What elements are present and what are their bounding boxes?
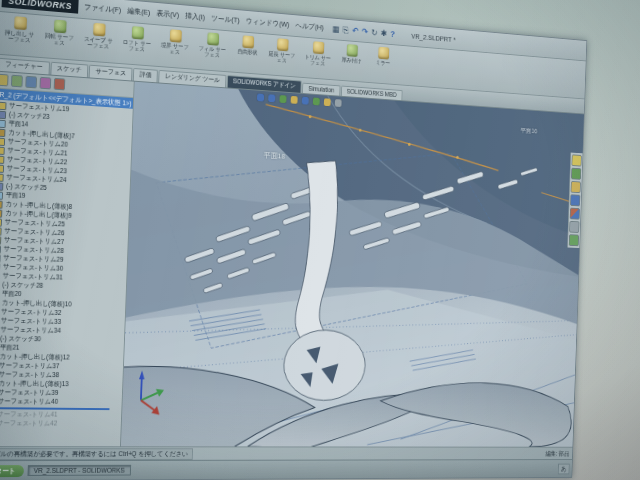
- command-button[interactable]: 押し出し サーフェス: [0, 13, 39, 56]
- task-pane-forum-icon[interactable]: [569, 234, 579, 246]
- photo-of-monitor: SOLIDWORKS ファイル(F)編集(E)表示(V)挿入(I)ツール(T)ウ…: [0, 0, 640, 480]
- solidworks-window: SOLIDWORKS ファイル(F)編集(E)表示(V)挿入(I)ツール(T)ウ…: [0, 0, 587, 480]
- zoom-area-icon[interactable]: [268, 94, 275, 102]
- command-button-label: 延長 サーフェス: [267, 51, 297, 65]
- menu-item[interactable]: 挿入(I): [185, 11, 205, 22]
- command-button-label: トリム サーフェス: [303, 54, 332, 68]
- quick-access-toolbar: ▦⎘↶↷↻✱?: [332, 24, 395, 39]
- print-icon[interactable]: ⎘: [343, 25, 349, 35]
- feature-label: サーフェス-トリム41: [0, 410, 58, 419]
- view-orientation-icon[interactable]: [302, 97, 309, 105]
- menu-item[interactable]: 表示(V): [156, 9, 179, 21]
- hide-items-icon[interactable]: [324, 98, 331, 106]
- display-style-icon[interactable]: [313, 97, 320, 105]
- section-view-icon[interactable]: [291, 96, 298, 104]
- feature-icon: [0, 209, 2, 217]
- task-pane-design-library-icon[interactable]: [571, 168, 581, 180]
- menu-item[interactable]: ウィンドウ(W): [246, 17, 290, 30]
- feature-icon: [0, 191, 3, 199]
- previous-view-icon[interactable]: [279, 95, 286, 103]
- ime-indicator[interactable]: あ: [558, 463, 570, 474]
- feature-icon: [0, 164, 4, 172]
- task-pane-file-explorer-icon[interactable]: [571, 181, 581, 193]
- feature-icon: [0, 155, 4, 163]
- graphics-viewport[interactable]: 平面18 平面16: [121, 82, 584, 447]
- feature-tree-item[interactable]: サーフェス-トリム40: [0, 397, 122, 407]
- feature-label: サーフェス-トリム40: [0, 397, 58, 407]
- feature-icon: [0, 146, 5, 154]
- menu-item[interactable]: 編集(E): [127, 6, 150, 18]
- task-pane-view-palette-icon[interactable]: [570, 194, 580, 206]
- feature-manager-panel: VR_2 (デフォルト<<デフォルト>_表示状態 1>) サーフェス-トリム19…: [0, 71, 135, 446]
- feature-icon: [0, 173, 4, 181]
- dimxpert-tab-icon[interactable]: [39, 77, 51, 90]
- menu-item[interactable]: ツール(T): [211, 14, 240, 26]
- command-button-label: スイープ サーフェス: [82, 36, 114, 51]
- feature-icon: [0, 128, 5, 136]
- display-manager-tab-icon[interactable]: [54, 78, 66, 91]
- command-button[interactable]: トリム サーフェス: [300, 38, 335, 78]
- feature-icon: [0, 236, 1, 244]
- menu-item[interactable]: ヘルプ(H): [295, 21, 324, 33]
- appearance-icon[interactable]: [335, 99, 342, 107]
- solidworks-logo: SOLIDWORKS: [2, 0, 79, 14]
- command-button-label: 境界 サーフェス: [159, 42, 190, 56]
- command-button[interactable]: 自由形状: [231, 33, 264, 73]
- document-title: VR_2.SLDPRT *: [411, 32, 456, 44]
- command-button-icon: [207, 32, 219, 45]
- feature-icon: [0, 119, 6, 127]
- feature-label: サーフェス-トリム42: [0, 419, 57, 428]
- command-button-icon: [53, 20, 66, 34]
- save-icon[interactable]: ▦: [332, 24, 339, 34]
- property-manager-tab-icon[interactable]: [11, 75, 23, 88]
- status-message: モデルの再構築が必要です。再構築するには Ctrl+Q を押してください: [0, 448, 193, 460]
- command-button-icon: [169, 29, 181, 42]
- command-button-label: フィル サーフェス: [197, 45, 227, 59]
- zoom-fit-icon[interactable]: [257, 93, 264, 101]
- task-pane-resources-icon[interactable]: [571, 154, 581, 166]
- task-pane-custom-properties-icon[interactable]: [569, 221, 579, 233]
- main-area: VR_2 (デフォルト<<デフォルト>_表示状態 1>) サーフェス-トリム19…: [0, 71, 584, 446]
- start-button[interactable]: スタート: [0, 465, 24, 477]
- feature-icon: [0, 227, 2, 235]
- feature-icon: [0, 218, 2, 226]
- command-button[interactable]: フィル サーフェス: [194, 29, 231, 70]
- command-button[interactable]: 延長 サーフェス: [264, 35, 300, 75]
- help-icon[interactable]: ?: [390, 29, 395, 39]
- command-button-icon: [312, 41, 323, 54]
- redo-icon[interactable]: ↷: [362, 27, 369, 37]
- task-pane-strip: [567, 153, 582, 248]
- feature-icon: [0, 254, 1, 262]
- command-button[interactable]: 回転 サーフェス: [40, 16, 79, 58]
- feature-icon: [0, 101, 7, 109]
- command-button-label: 押し出し サーフェス: [3, 29, 36, 44]
- windows-taskbar: スタート VR_2.SLDPRT - SOLIDWORKS あ: [0, 459, 572, 480]
- command-button-label: ミラー: [376, 59, 391, 66]
- configuration-manager-tab-icon[interactable]: [25, 76, 37, 89]
- feature-tree-tab-icon[interactable]: [0, 74, 9, 87]
- feature-icon: [0, 137, 5, 145]
- plane-label: 平面18: [263, 150, 285, 162]
- edit-mode-label: 編集: 部品: [545, 449, 569, 458]
- plane-label: 平面16: [520, 126, 537, 136]
- feature-tree: サーフェス-トリム19 (-) スケッチ23 平面14: [0, 99, 133, 446]
- command-button[interactable]: ロフト サーフェス: [118, 23, 156, 65]
- command-manager-tab[interactable]: 評価: [133, 68, 158, 82]
- command-button-icon: [378, 47, 389, 60]
- command-button[interactable]: スイープ サーフェス: [79, 20, 117, 62]
- task-pane-appearances-icon[interactable]: [570, 208, 580, 220]
- undo-icon[interactable]: ↶: [352, 26, 359, 36]
- model-canvas: [121, 82, 584, 447]
- command-button-label: 回転 サーフェス: [43, 32, 75, 47]
- command-button-label: 自由形状: [237, 48, 257, 56]
- command-button[interactable]: 境界 サーフェス: [156, 26, 193, 67]
- command-button-icon: [242, 35, 254, 48]
- command-button[interactable]: 厚み付け: [336, 41, 367, 81]
- feature-tree-item[interactable]: サーフェス-トリム42: [0, 419, 121, 429]
- taskbar-app-button[interactable]: VR_2.SLDPRT - SOLIDWORKS: [27, 465, 131, 476]
- command-button[interactable]: ミラー: [367, 44, 398, 83]
- options-icon[interactable]: ✱: [381, 28, 388, 38]
- menu-item[interactable]: ファイル(F): [84, 2, 122, 15]
- feature-icon: [0, 110, 6, 118]
- rebuild-icon[interactable]: ↻: [371, 28, 378, 38]
